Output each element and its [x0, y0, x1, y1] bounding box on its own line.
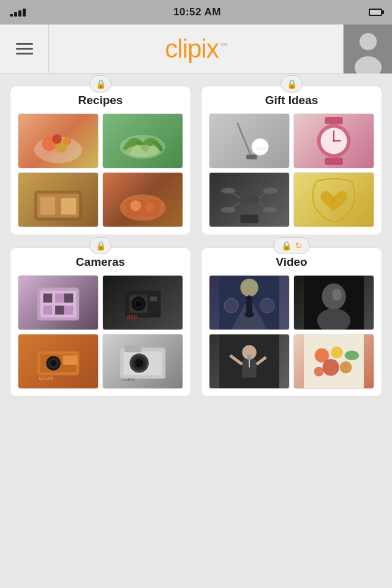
svg-rect-22 [325, 117, 342, 124]
svg-point-7 [63, 137, 72, 145]
svg-point-74 [224, 298, 238, 312]
svg-rect-46 [55, 306, 64, 315]
video-thumb-1[interactable] [209, 275, 290, 330]
cameras-thumb-4[interactable]: LUMIX [102, 334, 183, 389]
cameras-thumb-3[interactable]: EXILIM [18, 334, 99, 389]
svg-rect-13 [61, 198, 76, 214]
svg-point-1 [360, 33, 377, 50]
logo-text: clipix™ [165, 34, 227, 64]
svg-point-66 [135, 359, 143, 368]
svg-rect-29 [240, 195, 258, 204]
golf-svg: ○○○ [209, 114, 289, 168]
board-recipes[interactable]: 🔒 Recipes [10, 86, 191, 235]
recipes-thumb-4[interactable] [102, 172, 183, 227]
cameras-lock-badge: 🔒 [89, 237, 111, 254]
signal-indicator [10, 9, 26, 17]
menu-button[interactable] [0, 24, 49, 74]
food3-svg [18, 173, 98, 227]
svg-point-35 [263, 187, 277, 194]
svg-rect-47 [64, 306, 74, 315]
necklace-svg: M [294, 173, 374, 227]
cameras-thumb-2[interactable]: RED [102, 275, 183, 330]
battery-indicator [369, 9, 382, 16]
board-video[interactable]: 🔒 ↻ Video [201, 247, 382, 397]
cam3-svg: EXILIM [18, 334, 98, 388]
gift-lock-badge: 🔒 [281, 75, 303, 92]
lock-icon: 🔒 [96, 241, 106, 251]
avatar-svg [344, 24, 393, 74]
signal-bar-1 [10, 14, 13, 17]
video-title: Video [209, 255, 374, 269]
watch-svg [294, 114, 374, 168]
lock-icon: 🔒 [287, 79, 297, 89]
svg-point-59 [50, 360, 56, 366]
gift-thumb-3[interactable] [209, 172, 290, 227]
svg-rect-67 [125, 345, 141, 353]
svg-rect-19 [246, 154, 257, 159]
battery-icon [369, 9, 382, 16]
svg-point-16 [130, 200, 141, 211]
svg-point-36 [221, 207, 235, 213]
food4-svg [103, 173, 183, 227]
lock-icon: 🔒 [96, 79, 106, 89]
svg-text:○○○: ○○○ [257, 146, 265, 151]
recipes-lock-badge: 🔒 [89, 75, 111, 92]
svg-point-75 [260, 298, 274, 312]
svg-point-89 [331, 347, 343, 359]
app-header: clipix™ [0, 24, 392, 74]
board-gift-ideas[interactable]: 🔒 Gift Ideas ○○○ [201, 86, 382, 235]
svg-point-52 [135, 301, 141, 307]
vid2-svg [294, 276, 374, 330]
vid4-svg [294, 334, 374, 388]
svg-rect-43 [55, 293, 64, 303]
cameras-title: Cameras [18, 255, 183, 269]
svg-line-18 [237, 123, 252, 159]
signal-bar-2 [14, 12, 17, 17]
svg-point-34 [221, 187, 235, 194]
refresh-icon: ↻ [295, 241, 303, 251]
vid3-svg [209, 334, 289, 388]
cam1-svg [18, 276, 98, 330]
video-thumb-3[interactable] [209, 334, 290, 389]
gift-thumb-4[interactable]: M [293, 172, 374, 227]
svg-point-6 [52, 134, 62, 144]
cam4-svg: LUMIX [103, 334, 183, 388]
status-time: 10:52 AM [173, 6, 221, 18]
video-grid [209, 275, 374, 389]
gift-thumb-2[interactable] [293, 113, 374, 168]
svg-point-86 [247, 355, 252, 360]
logo-clipix: clipix [165, 34, 218, 63]
video-thumb-2[interactable] [293, 275, 374, 330]
gift-grid: ○○○ [209, 113, 374, 227]
gift-thumb-1[interactable]: ○○○ [209, 113, 290, 168]
signal-bar-4 [23, 9, 26, 17]
recipes-grid [18, 113, 183, 227]
board-cameras[interactable]: 🔒 Cameras [10, 247, 191, 397]
svg-rect-38 [240, 214, 258, 223]
svg-rect-12 [40, 197, 55, 214]
video-lock-refresh-badge: 🔒 ↻ [273, 237, 310, 254]
recipes-thumb-3[interactable] [18, 172, 99, 227]
food1-svg [18, 114, 98, 168]
recipes-thumb-1[interactable] [18, 113, 99, 168]
drone-svg [209, 173, 289, 227]
svg-point-79 [332, 289, 342, 301]
cameras-grid: RED EXILIM [18, 275, 183, 389]
recipes-thumb-2[interactable] [102, 113, 183, 168]
svg-rect-23 [325, 157, 342, 165]
cameras-thumb-1[interactable] [18, 275, 99, 330]
recipes-title: Recipes [18, 94, 183, 107]
video-thumb-4[interactable] [293, 334, 374, 389]
user-avatar[interactable] [343, 24, 392, 74]
svg-point-70 [240, 279, 258, 296]
logo-tm: ™ [220, 41, 227, 50]
svg-point-92 [314, 367, 324, 377]
svg-rect-42 [43, 293, 53, 303]
svg-point-90 [322, 359, 339, 375]
cam2-svg: RED [103, 276, 183, 330]
svg-point-73 [246, 295, 252, 301]
svg-text:EXILIM: EXILIM [39, 376, 53, 380]
svg-point-93 [345, 350, 359, 360]
boards-grid: 🔒 Recipes [0, 74, 392, 409]
svg-point-91 [340, 361, 352, 374]
